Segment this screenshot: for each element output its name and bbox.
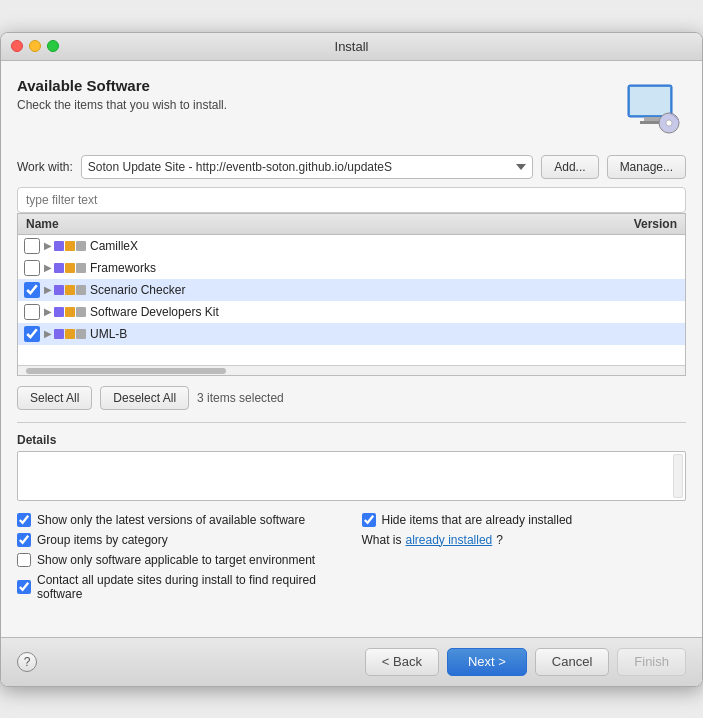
software-list-container: Name Version ▶ CamilleX	[17, 213, 686, 376]
frameworks-label: Frameworks	[90, 261, 679, 275]
help-button[interactable]: ?	[17, 652, 37, 672]
icon-orange	[65, 285, 75, 295]
what-is-text: What is	[362, 533, 402, 547]
scenario-checker-arrow[interactable]: ▶	[44, 284, 52, 295]
show-applicable-checkbox[interactable]	[17, 553, 31, 567]
icon-orange	[65, 241, 75, 251]
list-item: ▶ UML-B	[18, 323, 685, 345]
column-name: Name	[26, 217, 557, 231]
header-icon-container	[622, 77, 686, 141]
minimize-button[interactable]	[29, 40, 41, 52]
icon-gray	[76, 329, 86, 339]
install-icon	[622, 77, 682, 137]
umlb-icons	[54, 329, 86, 339]
filter-input[interactable]	[17, 187, 686, 213]
svg-rect-2	[644, 117, 660, 121]
list-item: ▶ CamilleX	[18, 235, 685, 257]
already-installed-link[interactable]: already installed	[406, 533, 493, 547]
frameworks-icons	[54, 263, 86, 273]
camillex-checkbox[interactable]	[24, 238, 40, 254]
details-box	[17, 451, 686, 501]
header-subtitle: Check the items that you wish to install…	[17, 98, 227, 112]
list-header: Name Version	[18, 214, 685, 235]
select-all-button[interactable]: Select All	[17, 386, 92, 410]
column-version: Version	[557, 217, 677, 231]
camillex-icons	[54, 241, 86, 251]
camillex-arrow[interactable]: ▶	[44, 240, 52, 251]
sdk-label: Software Developers Kit	[90, 305, 679, 319]
finish-button[interactable]: Finish	[617, 648, 686, 676]
hide-installed-label: Hide items that are already installed	[382, 513, 573, 527]
selected-count: 3 items selected	[197, 391, 284, 405]
traffic-lights	[11, 40, 59, 52]
actions-row: Select All Deselect All 3 items selected	[17, 386, 686, 410]
work-with-select[interactable]: Soton Update Site - http://eventb-soton.…	[81, 155, 533, 179]
icon-purple	[54, 329, 64, 339]
group-by-category-row: Group items by category	[17, 533, 342, 547]
footer: ? < Back Next > Cancel Finish	[1, 637, 702, 686]
show-applicable-label: Show only software applicable to target …	[37, 553, 315, 567]
icon-gray	[76, 241, 86, 251]
svg-rect-1	[630, 87, 670, 115]
list-body: ▶ CamilleX ▶	[18, 235, 685, 365]
contact-update-sites-checkbox[interactable]	[17, 580, 31, 594]
scenario-checker-checkbox[interactable]	[24, 282, 40, 298]
scenario-checker-label: Scenario Checker	[90, 283, 679, 297]
icon-gray	[76, 263, 86, 273]
icon-orange	[65, 329, 75, 339]
umlb-arrow[interactable]: ▶	[44, 328, 52, 339]
scrollbar-thumb	[26, 368, 226, 374]
header-text: Available Software Check the items that …	[17, 77, 227, 112]
filter-row	[17, 187, 686, 213]
footer-left: ?	[17, 652, 37, 672]
frameworks-arrow[interactable]: ▶	[44, 262, 52, 273]
deselect-all-button[interactable]: Deselect All	[100, 386, 189, 410]
already-installed-suffix: ?	[496, 533, 503, 547]
sdk-checkbox[interactable]	[24, 304, 40, 320]
manage-button[interactable]: Manage...	[607, 155, 686, 179]
list-item: ▶ Frameworks	[18, 257, 685, 279]
details-label: Details	[17, 433, 686, 447]
sdk-arrow[interactable]: ▶	[44, 306, 52, 317]
work-with-label: Work with:	[17, 160, 73, 174]
title-bar: Install	[1, 33, 702, 61]
group-by-category-checkbox[interactable]	[17, 533, 31, 547]
list-item: ▶ Software Developers Kit	[18, 301, 685, 323]
options-columns: Show only the latest versions of availab…	[17, 513, 686, 607]
cancel-button[interactable]: Cancel	[535, 648, 609, 676]
camillex-label: CamilleX	[90, 239, 679, 253]
umlb-checkbox[interactable]	[24, 326, 40, 342]
contact-update-sites-row: Contact all update sites during install …	[17, 573, 342, 601]
list-item: ▶ Scenario Checker	[18, 279, 685, 301]
icon-purple	[54, 307, 64, 317]
close-button[interactable]	[11, 40, 23, 52]
details-section: Details	[17, 433, 686, 501]
icon-purple	[54, 285, 64, 295]
divider	[17, 422, 686, 423]
options-section: Show only the latest versions of availab…	[17, 513, 686, 607]
horizontal-scrollbar[interactable]	[18, 365, 685, 375]
already-installed-row: What is already installed ?	[362, 533, 687, 547]
show-applicable-row: Show only software applicable to target …	[17, 553, 342, 567]
main-content: Available Software Check the items that …	[1, 61, 702, 637]
latest-versions-row: Show only the latest versions of availab…	[17, 513, 342, 527]
icon-orange	[65, 307, 75, 317]
group-by-category-label: Group items by category	[37, 533, 168, 547]
hide-installed-checkbox[interactable]	[362, 513, 376, 527]
scenario-checker-icons	[54, 285, 86, 295]
latest-versions-label: Show only the latest versions of availab…	[37, 513, 305, 527]
maximize-button[interactable]	[47, 40, 59, 52]
add-button[interactable]: Add...	[541, 155, 598, 179]
icon-gray	[76, 307, 86, 317]
icon-purple	[54, 263, 64, 273]
latest-versions-checkbox[interactable]	[17, 513, 31, 527]
details-scrollbar[interactable]	[673, 454, 683, 498]
frameworks-checkbox[interactable]	[24, 260, 40, 276]
options-col-right: Hide items that are already installed Wh…	[362, 513, 687, 607]
next-button[interactable]: Next >	[447, 648, 527, 676]
icon-gray	[76, 285, 86, 295]
contact-update-sites-label: Contact all update sites during install …	[37, 573, 342, 601]
sdk-icons	[54, 307, 86, 317]
header-title: Available Software	[17, 77, 227, 94]
back-button[interactable]: < Back	[365, 648, 439, 676]
